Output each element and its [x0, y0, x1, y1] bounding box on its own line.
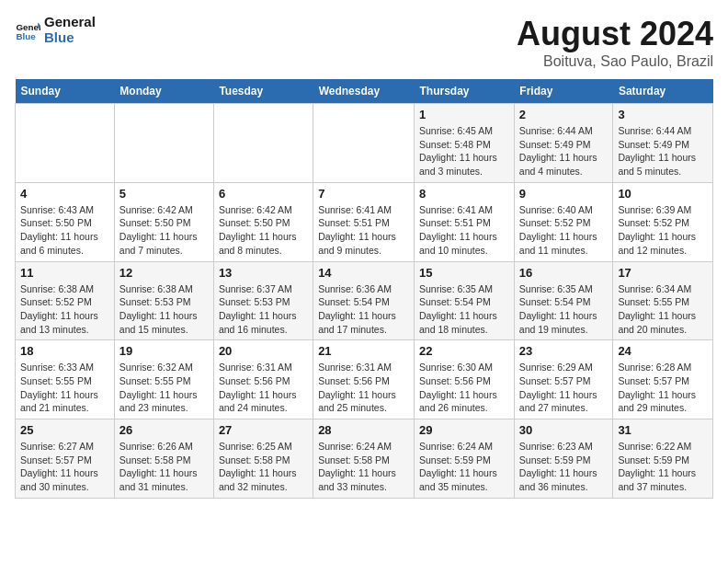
day-info: Sunrise: 6:36 AM Sunset: 5:54 PM Dayligh…: [318, 282, 409, 337]
logo-line2: Blue: [44, 30, 96, 46]
day-number: 29: [419, 423, 509, 437]
day-number: 24: [618, 344, 708, 358]
day-info: Sunrise: 6:34 AM Sunset: 5:55 PM Dayligh…: [618, 282, 708, 337]
day-number: 4: [20, 187, 109, 201]
calendar-cell: 27Sunrise: 6:25 AM Sunset: 5:58 PM Dayli…: [213, 419, 313, 499]
day-number: 26: [119, 423, 209, 437]
calendar-cell: 1Sunrise: 6:45 AM Sunset: 5:48 PM Daylig…: [415, 104, 515, 183]
day-number: 14: [318, 266, 409, 280]
calendar-cell: [213, 104, 313, 183]
calendar-cell: 9Sunrise: 6:40 AM Sunset: 5:52 PM Daylig…: [514, 182, 613, 261]
day-number: 27: [219, 423, 308, 437]
day-info: Sunrise: 6:42 AM Sunset: 5:50 PM Dayligh…: [119, 203, 209, 258]
day-number: 6: [219, 187, 308, 201]
day-number: 18: [20, 344, 109, 358]
calendar-cell: 24Sunrise: 6:28 AM Sunset: 5:57 PM Dayli…: [613, 340, 713, 419]
calendar-cell: 21Sunrise: 6:31 AM Sunset: 5:56 PM Dayli…: [313, 340, 415, 419]
day-info: Sunrise: 6:38 AM Sunset: 5:53 PM Dayligh…: [119, 282, 209, 337]
day-number: 3: [618, 108, 708, 121]
calendar-cell: 26Sunrise: 6:26 AM Sunset: 5:58 PM Dayli…: [114, 419, 213, 499]
day-number: 5: [119, 187, 209, 201]
calendar-week-row: 11Sunrise: 6:38 AM Sunset: 5:52 PM Dayli…: [16, 261, 713, 340]
calendar-cell: 23Sunrise: 6:29 AM Sunset: 5:57 PM Dayli…: [514, 340, 613, 419]
page-header: General Blue General Blue August 2024 Bo…: [15, 15, 713, 70]
day-info: Sunrise: 6:30 AM Sunset: 5:56 PM Dayligh…: [419, 361, 509, 415]
day-info: Sunrise: 6:23 AM Sunset: 5:59 PM Dayligh…: [519, 440, 609, 494]
day-info: Sunrise: 6:28 AM Sunset: 5:57 PM Dayligh…: [618, 361, 708, 415]
weekday-header: Friday: [514, 79, 613, 104]
calendar-week-row: 4Sunrise: 6:43 AM Sunset: 5:50 PM Daylig…: [16, 182, 713, 261]
day-info: Sunrise: 6:40 AM Sunset: 5:52 PM Dayligh…: [519, 203, 609, 258]
calendar-cell: 11Sunrise: 6:38 AM Sunset: 5:52 PM Dayli…: [16, 261, 115, 340]
calendar-cell: 2Sunrise: 6:44 AM Sunset: 5:49 PM Daylig…: [514, 104, 613, 183]
day-number: 19: [119, 344, 209, 358]
weekday-header: Monday: [114, 79, 213, 104]
title-block: August 2024 Boituva, Sao Paulo, Brazil: [517, 15, 713, 70]
calendar-cell: 16Sunrise: 6:35 AM Sunset: 5:54 PM Dayli…: [514, 261, 613, 340]
day-info: Sunrise: 6:39 AM Sunset: 5:52 PM Dayligh…: [618, 203, 708, 258]
calendar-cell: 3Sunrise: 6:44 AM Sunset: 5:49 PM Daylig…: [613, 104, 713, 183]
page-subtitle: Boituva, Sao Paulo, Brazil: [517, 53, 713, 70]
day-info: Sunrise: 6:31 AM Sunset: 5:56 PM Dayligh…: [219, 361, 308, 415]
day-number: 20: [219, 344, 308, 358]
weekday-header: Thursday: [415, 79, 515, 104]
day-info: Sunrise: 6:35 AM Sunset: 5:54 PM Dayligh…: [519, 282, 609, 337]
calendar-cell: 22Sunrise: 6:30 AM Sunset: 5:56 PM Dayli…: [415, 340, 515, 419]
day-number: 31: [618, 423, 708, 437]
day-info: Sunrise: 6:42 AM Sunset: 5:50 PM Dayligh…: [219, 203, 308, 258]
calendar-cell: 31Sunrise: 6:22 AM Sunset: 5:59 PM Dayli…: [613, 419, 713, 499]
page-title: August 2024: [517, 15, 713, 53]
day-info: Sunrise: 6:41 AM Sunset: 5:51 PM Dayligh…: [318, 203, 409, 258]
calendar-cell: 12Sunrise: 6:38 AM Sunset: 5:53 PM Dayli…: [114, 261, 213, 340]
calendar-cell: 7Sunrise: 6:41 AM Sunset: 5:51 PM Daylig…: [313, 182, 415, 261]
calendar-cell: 13Sunrise: 6:37 AM Sunset: 5:53 PM Dayli…: [213, 261, 313, 340]
day-info: Sunrise: 6:32 AM Sunset: 5:55 PM Dayligh…: [119, 361, 209, 415]
day-info: Sunrise: 6:45 AM Sunset: 5:48 PM Dayligh…: [419, 124, 509, 178]
day-number: 23: [519, 344, 609, 358]
day-number: 22: [419, 344, 509, 358]
day-info: Sunrise: 6:35 AM Sunset: 5:54 PM Dayligh…: [419, 282, 509, 337]
svg-text:Blue: Blue: [16, 30, 36, 40]
day-info: Sunrise: 6:24 AM Sunset: 5:58 PM Dayligh…: [318, 440, 409, 494]
calendar-cell: 19Sunrise: 6:32 AM Sunset: 5:55 PM Dayli…: [114, 340, 213, 419]
day-number: 7: [318, 187, 409, 201]
day-number: 16: [519, 266, 609, 280]
day-info: Sunrise: 6:25 AM Sunset: 5:58 PM Dayligh…: [219, 440, 308, 494]
day-info: Sunrise: 6:43 AM Sunset: 5:50 PM Dayligh…: [20, 203, 109, 258]
calendar-cell: 18Sunrise: 6:33 AM Sunset: 5:55 PM Dayli…: [16, 340, 115, 419]
day-number: 11: [20, 266, 109, 280]
calendar-cell: 8Sunrise: 6:41 AM Sunset: 5:51 PM Daylig…: [415, 182, 515, 261]
day-info: Sunrise: 6:44 AM Sunset: 5:49 PM Dayligh…: [519, 124, 609, 178]
day-info: Sunrise: 6:26 AM Sunset: 5:58 PM Dayligh…: [119, 440, 209, 494]
day-number: 10: [618, 187, 708, 201]
logo-line1: General: [44, 15, 96, 30]
day-number: 28: [318, 423, 409, 437]
day-number: 2: [519, 108, 609, 121]
calendar-week-row: 18Sunrise: 6:33 AM Sunset: 5:55 PM Dayli…: [16, 340, 713, 419]
day-number: 21: [318, 344, 409, 358]
logo-icon: General Blue: [15, 17, 40, 43]
day-info: Sunrise: 6:24 AM Sunset: 5:59 PM Dayligh…: [419, 440, 509, 494]
day-info: Sunrise: 6:38 AM Sunset: 5:52 PM Dayligh…: [20, 282, 109, 337]
day-info: Sunrise: 6:29 AM Sunset: 5:57 PM Dayligh…: [519, 361, 609, 415]
day-number: 30: [519, 423, 609, 437]
calendar-cell: 20Sunrise: 6:31 AM Sunset: 5:56 PM Dayli…: [213, 340, 313, 419]
calendar-cell: 10Sunrise: 6:39 AM Sunset: 5:52 PM Dayli…: [613, 182, 713, 261]
day-info: Sunrise: 6:27 AM Sunset: 5:57 PM Dayligh…: [20, 440, 109, 494]
weekday-header: Tuesday: [213, 79, 313, 104]
day-info: Sunrise: 6:44 AM Sunset: 5:49 PM Dayligh…: [618, 124, 708, 178]
calendar-cell: 28Sunrise: 6:24 AM Sunset: 5:58 PM Dayli…: [313, 419, 415, 499]
day-info: Sunrise: 6:22 AM Sunset: 5:59 PM Dayligh…: [618, 440, 708, 494]
day-number: 15: [419, 266, 509, 280]
weekday-header: Wednesday: [313, 79, 415, 104]
weekday-header: Sunday: [16, 79, 115, 104]
logo: General Blue General Blue: [15, 15, 96, 45]
calendar-cell: 15Sunrise: 6:35 AM Sunset: 5:54 PM Dayli…: [415, 261, 515, 340]
weekday-header: Saturday: [613, 79, 713, 104]
day-info: Sunrise: 6:33 AM Sunset: 5:55 PM Dayligh…: [20, 361, 109, 415]
calendar-cell: 6Sunrise: 6:42 AM Sunset: 5:50 PM Daylig…: [213, 182, 313, 261]
calendar-week-row: 1Sunrise: 6:45 AM Sunset: 5:48 PM Daylig…: [16, 104, 713, 183]
day-number: 9: [519, 187, 609, 201]
calendar-cell: [114, 104, 213, 183]
day-number: 25: [20, 423, 109, 437]
